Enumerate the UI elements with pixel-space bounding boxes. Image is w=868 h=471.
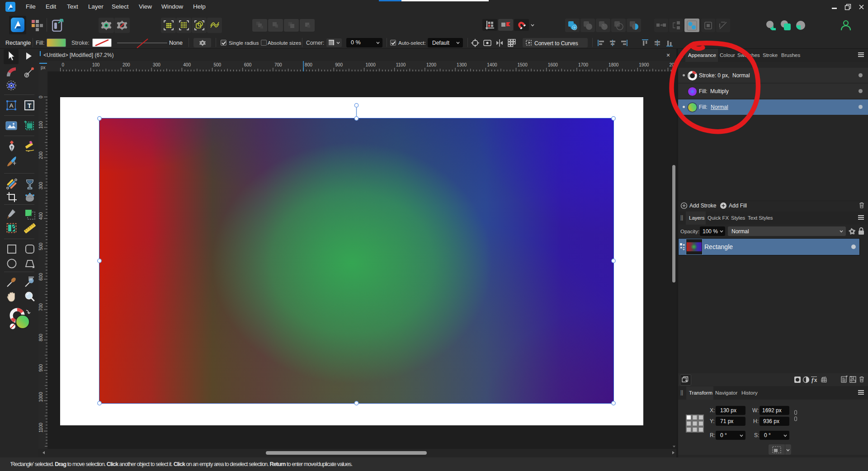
svg-text:2000: 2000 (670, 62, 677, 67)
svg-text:400: 400 (183, 62, 191, 67)
svg-text:100: 100 (38, 121, 43, 129)
svg-text:0: 0 (62, 62, 65, 67)
svg-text:1100: 1100 (38, 423, 43, 433)
svg-text:600: 600 (244, 62, 252, 67)
svg-text:1700: 1700 (578, 62, 589, 67)
svg-text:T: T (28, 102, 32, 109)
svg-text:500: 500 (38, 242, 43, 250)
svg-text:700: 700 (274, 62, 282, 67)
svg-text:1400: 1400 (487, 62, 497, 67)
svg-text:400: 400 (38, 212, 43, 220)
svg-text:900: 900 (38, 364, 43, 372)
svg-text:200: 200 (123, 62, 130, 67)
svg-text:1500: 1500 (518, 62, 528, 67)
svg-text:600: 600 (38, 273, 43, 281)
svg-text:1200: 1200 (426, 62, 437, 67)
svg-text:500: 500 (214, 62, 222, 67)
svg-text:300: 300 (38, 182, 43, 189)
svg-text:1600: 1600 (548, 62, 558, 67)
svg-text:0: 0 (38, 96, 43, 99)
svg-text:100: 100 (92, 62, 100, 67)
svg-text:1900: 1900 (639, 62, 649, 67)
svg-text:1000: 1000 (38, 392, 43, 402)
svg-text:900: 900 (335, 62, 343, 67)
svg-text:300: 300 (153, 62, 160, 67)
svg-text:800: 800 (305, 62, 312, 67)
svg-text:700: 700 (38, 303, 43, 311)
svg-text:1800: 1800 (609, 62, 619, 67)
svg-text:200: 200 (38, 151, 43, 159)
svg-text:1100: 1100 (396, 62, 406, 67)
svg-text:800: 800 (38, 334, 43, 341)
svg-text:1300: 1300 (457, 62, 467, 67)
svg-text:1000: 1000 (366, 62, 376, 67)
svg-text:A: A (9, 102, 14, 109)
